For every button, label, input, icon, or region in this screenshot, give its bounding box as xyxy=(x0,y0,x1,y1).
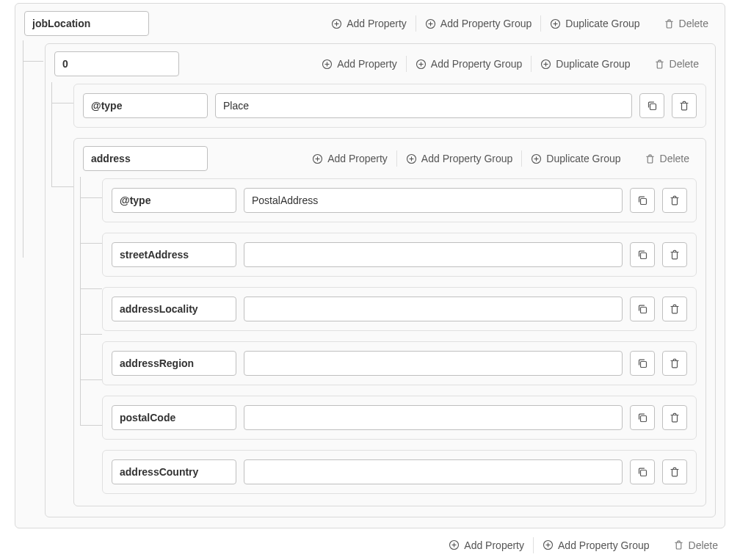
add-property-group-label: Add Property Group xyxy=(431,58,523,70)
copy-icon xyxy=(636,194,648,206)
add-property-group-button[interactable]: Add Property Group xyxy=(416,15,541,32)
property-value-input[interactable] xyxy=(244,188,623,213)
property-row-address-country xyxy=(102,450,697,494)
property-key-input[interactable] xyxy=(112,297,236,321)
plus-circle-icon xyxy=(416,59,427,70)
plus-circle-icon xyxy=(312,153,323,164)
property-key-input[interactable] xyxy=(112,188,236,213)
trash-icon xyxy=(669,249,681,261)
property-row-address-locality xyxy=(102,287,697,331)
duplicate-group-button[interactable]: Duplicate Group xyxy=(522,150,629,167)
property-value-input[interactable] xyxy=(244,297,623,321)
delete-group-button[interactable]: Delete xyxy=(647,55,706,73)
add-property-group-button[interactable]: Add Property Group xyxy=(397,150,522,167)
delete-property-button[interactable] xyxy=(662,188,687,213)
group-key-input-index-0[interactable] xyxy=(54,51,179,76)
group-index-0: Add Property Add Property Group Duplicat… xyxy=(45,43,716,517)
trash-icon xyxy=(678,100,690,112)
delete-property-button[interactable] xyxy=(662,459,687,484)
property-value-input[interactable] xyxy=(244,459,623,484)
footer-actions: Add Property Add Property Group Delete xyxy=(0,528,740,560)
trash-icon xyxy=(669,303,681,315)
copy-property-button[interactable] xyxy=(639,93,664,118)
copy-icon xyxy=(636,303,648,315)
trash-icon xyxy=(669,466,681,478)
property-row-type xyxy=(73,84,706,128)
delete-label: Delete xyxy=(679,18,708,29)
group-key-input-joblocation[interactable] xyxy=(24,11,149,36)
plus-circle-icon xyxy=(540,59,551,70)
delete-property-button[interactable] xyxy=(662,351,687,376)
property-key-input[interactable] xyxy=(112,405,236,430)
group-joblocation: Add Property Add Property Group Duplicat… xyxy=(15,3,725,528)
property-value-input[interactable] xyxy=(244,351,623,376)
delete-label: Delete xyxy=(670,58,699,70)
copy-property-button[interactable] xyxy=(630,297,655,321)
trash-icon xyxy=(664,18,675,30)
trash-icon xyxy=(669,194,681,206)
add-property-label: Add Property xyxy=(327,153,388,164)
delete-label: Delete xyxy=(689,539,718,551)
add-property-button[interactable]: Add Property xyxy=(303,150,396,167)
delete-group-button[interactable]: Delete xyxy=(637,150,697,168)
plus-circle-icon xyxy=(543,539,554,550)
add-property-button[interactable]: Add Property xyxy=(322,15,416,32)
property-row-street-address xyxy=(102,233,697,277)
add-property-button-footer[interactable]: Add Property xyxy=(440,537,533,554)
property-key-input[interactable] xyxy=(112,459,236,484)
copy-icon xyxy=(636,412,648,423)
delete-label: Delete xyxy=(660,153,689,164)
group-actions-address: Add Property Add Property Group xyxy=(303,150,697,168)
plus-circle-icon xyxy=(531,153,542,164)
copy-property-button[interactable] xyxy=(630,188,655,213)
group-address: Add Property Add Property Group xyxy=(73,138,706,506)
delete-property-button[interactable] xyxy=(662,297,687,321)
group-key-input-address[interactable] xyxy=(83,146,208,171)
delete-property-button[interactable] xyxy=(672,93,697,118)
property-row-address-region xyxy=(102,341,697,385)
trash-icon xyxy=(673,539,684,551)
copy-property-button[interactable] xyxy=(630,459,655,484)
add-property-button[interactable]: Add Property xyxy=(313,55,406,73)
plus-circle-icon xyxy=(322,59,333,70)
duplicate-group-button[interactable]: Duplicate Group xyxy=(532,55,639,73)
duplicate-group-label: Duplicate Group xyxy=(565,18,639,29)
delete-property-button[interactable] xyxy=(662,242,687,267)
add-property-group-button[interactable]: Add Property Group xyxy=(407,55,532,73)
property-value-input[interactable] xyxy=(244,405,623,430)
copy-icon xyxy=(636,357,648,369)
duplicate-group-button[interactable]: Duplicate Group xyxy=(541,15,648,32)
delete-property-button[interactable] xyxy=(662,405,687,430)
property-key-input[interactable] xyxy=(83,93,208,118)
add-property-group-label: Add Property Group xyxy=(421,153,513,164)
property-key-input[interactable] xyxy=(112,351,236,376)
delete-button-footer[interactable]: Delete xyxy=(666,536,725,554)
property-key-input[interactable] xyxy=(112,242,236,267)
property-value-input[interactable] xyxy=(215,93,632,118)
add-property-group-button-footer[interactable]: Add Property Group xyxy=(534,537,659,554)
property-row-postal-code xyxy=(102,396,697,440)
property-value-input[interactable] xyxy=(244,242,623,267)
trash-icon xyxy=(669,412,681,423)
trash-icon xyxy=(654,58,665,70)
delete-group-button[interactable]: Delete xyxy=(656,15,716,33)
add-property-label: Add Property xyxy=(337,58,397,70)
plus-circle-icon xyxy=(550,18,561,29)
plus-circle-icon xyxy=(425,18,436,29)
copy-property-button[interactable] xyxy=(630,242,655,267)
plus-circle-icon xyxy=(449,539,460,550)
copy-property-button[interactable] xyxy=(630,351,655,376)
group-actions-index-0: Add Property Add Property Group Duplicat… xyxy=(313,55,706,73)
plus-circle-icon xyxy=(406,153,417,164)
property-row-address-type xyxy=(102,178,697,222)
add-property-label: Add Property xyxy=(464,539,524,551)
add-property-group-label: Add Property Group xyxy=(440,18,532,29)
add-property-label: Add Property xyxy=(347,18,407,29)
trash-icon xyxy=(669,357,681,369)
plus-circle-icon xyxy=(331,18,342,29)
group-actions-joblocation: Add Property Add Property Group Duplicat… xyxy=(322,15,716,33)
copy-icon xyxy=(636,466,648,478)
duplicate-group-label: Duplicate Group xyxy=(556,58,630,70)
copy-property-button[interactable] xyxy=(630,405,655,430)
duplicate-group-label: Duplicate Group xyxy=(546,153,620,164)
